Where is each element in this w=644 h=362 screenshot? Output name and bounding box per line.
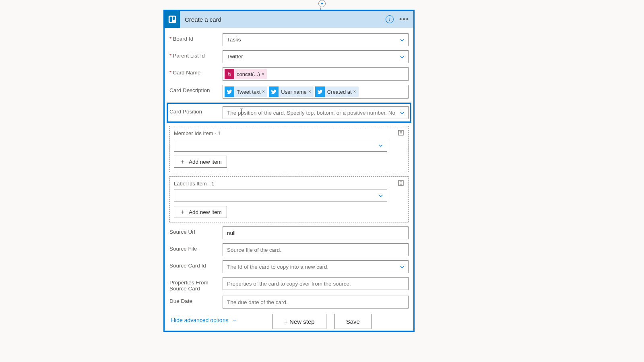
label-card-name: *Card Name [169, 67, 223, 76]
add-label-item-button[interactable]: ＋ Add new item [174, 206, 227, 218]
label-member-ids: Member Ids Item - 1 [174, 130, 404, 136]
parentlistid-select[interactable]: Twitter [223, 50, 409, 63]
label-card-description: Card Description [169, 85, 223, 93]
token-remove-icon[interactable]: × [353, 89, 356, 95]
dynamic-token[interactable]: Created at × [315, 86, 359, 97]
footer-actions: + New step Save [0, 314, 644, 329]
add-member-item-button[interactable]: ＋ Add new item [174, 156, 227, 168]
token-remove-icon[interactable]: × [262, 71, 264, 77]
text-cursor [241, 109, 242, 116]
fx-icon: fx [225, 69, 234, 79]
dynamic-token[interactable]: User name × [269, 86, 314, 97]
trello-icon [165, 11, 180, 28]
twitter-icon [225, 86, 234, 97]
label-board-id: *Board Id [169, 33, 223, 42]
plus-icon: ＋ [179, 158, 186, 166]
label-source-url: Source Url [169, 226, 223, 235]
twitter-icon [315, 86, 325, 97]
cardname-input[interactable]: fx concat(...) × [223, 67, 409, 81]
card-position-row: Card Position [167, 103, 411, 123]
form-body: *Board Id Tasks *Parent List Id Twitter … [165, 28, 413, 331]
expression-token[interactable]: fx concat(...) × [225, 69, 267, 79]
save-button[interactable]: Save [334, 314, 372, 329]
member-ids-array: Member Ids Item - 1 ＋ Add new item [169, 126, 409, 172]
properties-input[interactable] [223, 277, 409, 290]
label-ids-array: Label Ids Item - 1 ＋ Add new item [169, 176, 409, 222]
label-due-date: Due Date [169, 296, 223, 304]
svg-rect-2 [173, 17, 175, 20]
duedate-input[interactable] [223, 296, 409, 309]
boardid-select[interactable]: Tasks [223, 33, 409, 46]
labelids-select[interactable] [174, 189, 387, 202]
label-parent-list-id: *Parent List Id [169, 50, 223, 59]
twitter-icon [269, 86, 279, 97]
svg-rect-1 [170, 17, 172, 22]
dynamic-token[interactable]: Tweet text × [225, 86, 267, 97]
sourceurl-input[interactable] [223, 226, 409, 239]
plus-icon: ＋ [179, 208, 186, 216]
switch-array-icon[interactable] [397, 179, 405, 187]
label-card-position: Card Position [169, 106, 223, 115]
more-icon[interactable]: ••• [399, 15, 409, 24]
cardposition-input[interactable] [223, 106, 409, 119]
token-remove-icon[interactable]: × [262, 89, 265, 95]
token-remove-icon[interactable]: × [308, 89, 311, 95]
label-properties: Properties From Source Card [169, 277, 223, 292]
info-icon[interactable]: i [386, 15, 394, 23]
carddescription-input[interactable]: Tweet text × User name × Created at × [223, 85, 409, 99]
memberids-select[interactable] [174, 139, 387, 152]
card-title: Create a card [185, 16, 221, 23]
sourcefile-input[interactable] [223, 243, 409, 256]
label-label-ids: Label Ids Item - 1 [174, 181, 404, 187]
card-header[interactable]: Create a card i ••• [165, 11, 413, 28]
new-step-button[interactable]: + New step [272, 314, 326, 329]
switch-array-icon[interactable] [397, 129, 405, 137]
label-source-file: Source File [169, 243, 223, 252]
label-source-card-id: Source Card Id [169, 260, 223, 269]
action-card: Create a card i ••• *Board Id Tasks *Par… [163, 10, 415, 332]
sourcecardid-input[interactable] [223, 260, 409, 273]
